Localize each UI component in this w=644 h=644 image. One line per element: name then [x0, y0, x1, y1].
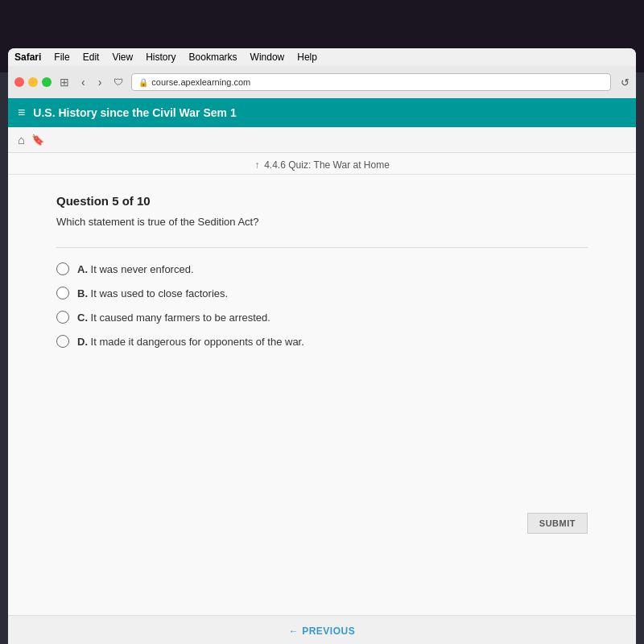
browser-chrome: ⊞ ‹ › 🛡 🔒 course.apexlearning.com ↺	[8, 66, 636, 98]
main-content: Question 5 of 10 Which statement is true…	[8, 175, 636, 497]
back-button[interactable]: ‹	[77, 74, 89, 90]
option-d-label: D. It made it dangerous for opponents of…	[77, 336, 304, 348]
option-c-letter: C.	[77, 312, 88, 324]
sidebar-toggle-button[interactable]: ⊞	[56, 74, 72, 90]
radio-a[interactable]	[56, 262, 69, 275]
bookmark-icon[interactable]: 🔖	[31, 134, 44, 146]
prev-nav: ← PREVIOUS	[8, 615, 636, 644]
view-menu[interactable]: View	[112, 52, 133, 63]
close-window-button[interactable]	[14, 77, 24, 87]
question-header: Question 5 of 10	[56, 194, 588, 208]
previous-button[interactable]: ← PREVIOUS	[289, 625, 355, 637]
submit-area: SUBMIT	[8, 497, 636, 542]
course-header: ≡ U.S. History since the Civil War Sem 1	[8, 98, 636, 127]
course-title: U.S. History since the Civil War Sem 1	[33, 106, 236, 119]
option-b-letter: B.	[77, 287, 88, 299]
divider	[56, 247, 588, 248]
quiz-name: The War at Home	[314, 159, 390, 171]
question-text: Which statement is true of the Sedition …	[56, 216, 588, 228]
safari-menu[interactable]: Safari	[14, 52, 41, 63]
option-a-letter: A.	[77, 263, 88, 275]
screen-wrapper: Safari File Edit View History Bookmarks …	[0, 0, 644, 644]
option-d-letter: D.	[77, 336, 88, 348]
breadcrumb-arrow-icon: ↑	[254, 159, 259, 171]
url-text: course.apexlearning.com	[151, 77, 250, 87]
hamburger-icon[interactable]: ≡	[18, 105, 25, 120]
shield-icon: 🛡	[114, 76, 123, 88]
file-menu[interactable]: File	[54, 52, 69, 63]
forward-button[interactable]: ›	[94, 74, 106, 90]
home-icon[interactable]: ⌂	[18, 133, 25, 147]
radio-c[interactable]	[56, 311, 69, 324]
bookmarks-menu[interactable]: Bookmarks	[189, 52, 237, 63]
minimize-window-button[interactable]	[28, 77, 38, 87]
option-a-label: A. It was never enforced.	[77, 263, 194, 275]
answer-options: A. It was never enforced. B. It was used…	[56, 262, 588, 348]
quiz-label: 4.4.6 Quiz:	[264, 159, 311, 171]
radio-d[interactable]	[56, 335, 69, 348]
option-d[interactable]: D. It made it dangerous for opponents of…	[56, 335, 588, 348]
address-bar[interactable]: 🔒 course.apexlearning.com	[131, 73, 611, 91]
help-menu[interactable]: Help	[297, 52, 317, 63]
second-toolbar: ⌂ 🔖	[8, 127, 636, 153]
refresh-button[interactable]: ↺	[621, 76, 630, 89]
history-menu[interactable]: History	[146, 52, 175, 63]
option-c[interactable]: C. It caused many farmers to be arrested…	[56, 311, 588, 324]
browser-toolbar: ⊞ ‹ › 🛡 🔒 course.apexlearning.com ↺	[14, 71, 630, 93]
lock-icon: 🔒	[138, 78, 148, 87]
option-b[interactable]: B. It was used to close factories.	[56, 287, 588, 299]
option-b-label: B. It was used to close factories.	[77, 287, 228, 299]
mac-menubar: Safari File Edit View History Bookmarks …	[8, 48, 636, 66]
option-a[interactable]: A. It was never enforced.	[56, 262, 588, 275]
laptop-frame: Safari File Edit View History Bookmarks …	[8, 48, 636, 644]
maximize-window-button[interactable]	[42, 77, 52, 87]
window-menu[interactable]: Window	[250, 52, 285, 63]
quiz-breadcrumb: ↑ 4.4.6 Quiz: The War at Home	[8, 153, 636, 175]
browser-content: ↑ 4.4.6 Quiz: The War at Home Question 5…	[8, 153, 636, 644]
option-c-label: C. It caused many farmers to be arrested…	[77, 312, 270, 324]
radio-b[interactable]	[56, 287, 69, 299]
submit-button[interactable]: SUBMIT	[527, 513, 588, 534]
edit-menu[interactable]: Edit	[83, 52, 100, 63]
traffic-lights	[14, 77, 52, 87]
